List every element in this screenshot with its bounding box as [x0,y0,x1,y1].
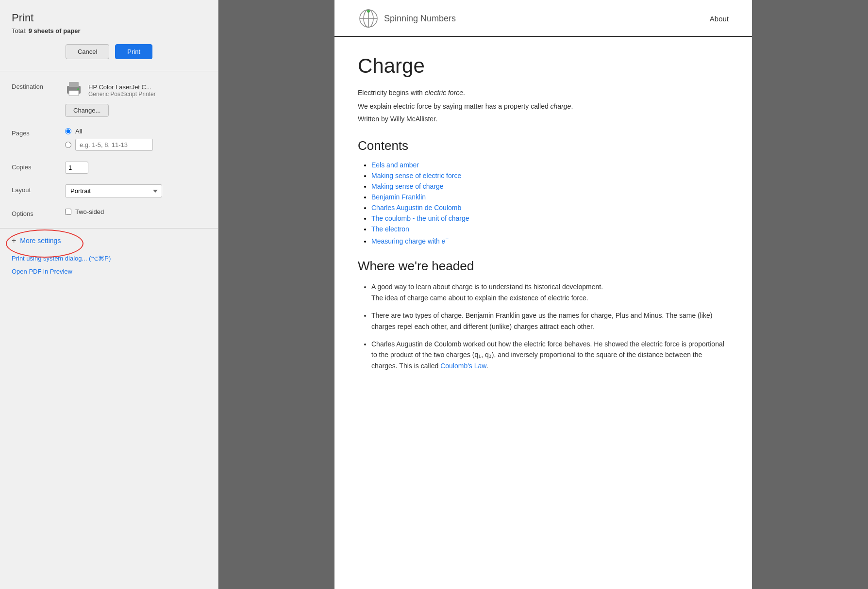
contents-link-3[interactable]: Making sense of charge [371,182,444,190]
open-pdf-link[interactable]: Open PDF in Preview [12,268,206,275]
pages-custom-input[interactable] [75,139,153,151]
print-subtitle: Total: 9 sheets of paper [12,27,206,34]
doc-author: Written by Willy McAllister. [358,115,729,123]
divider-top [0,71,218,71]
destination-info: HP Color LaserJet C... Generic PostScrip… [65,81,206,100]
layout-content: Portrait Landscape [65,184,206,197]
list-item: A good way to learn about charge is to u… [371,281,729,303]
contents-list: Eels and amber Making sense of electric … [358,161,729,245]
where-headed-title: Where we're headed [358,259,729,274]
more-settings-divider [0,228,218,229]
printer-icon [65,81,83,100]
more-settings-link[interactable]: More settings [20,237,61,245]
options-row: Options Two-sided [12,208,206,217]
contents-title: Contents [358,138,729,153]
print-title: Print [12,12,206,24]
layout-label: Layout [12,184,65,194]
layout-row: Layout Portrait Landscape [12,184,206,197]
pages-all-label: All [75,128,82,135]
doc-intro-2: We explain electric force by saying matt… [358,101,729,112]
bullet-1-line1: A good way to learn about charge is to u… [371,283,603,291]
bullet-3-start: Charles Augustin de Coulomb worked out h… [371,340,724,370]
printer-name: HP Color LaserJet C... [88,83,156,91]
copies-label: Copies [12,162,65,171]
cancel-button[interactable]: Cancel [66,44,109,59]
intro-2-end: . [571,102,573,110]
options-content: Two-sided [65,208,206,215]
doc-panel: Spinning Numbers About Charge Electricit… [218,0,868,589]
more-settings-row: + More settings [12,236,206,245]
pages-options: All [65,128,206,151]
bullet-2: There are two types of charge. Benjamin … [371,311,712,330]
intro-1-end: . [463,89,465,97]
intro-2-start: We explain electric force by saying matt… [358,102,551,110]
doc-content: Charge Electricity begins with electric … [334,37,752,402]
contents-link-5[interactable]: Charles Augustin de Coulomb [371,204,461,212]
contents-link-1[interactable]: Eels and amber [371,161,419,169]
list-item: Eels and amber [371,161,729,169]
intro-1-start: Electricity begins with [358,89,425,97]
contents-link-7[interactable]: The electron [371,225,409,233]
list-item: Benjamin Franklin [371,193,729,201]
where-headed-list: A good way to learn about charge is to u… [358,281,729,371]
coulombs-law-link[interactable]: Coulomb's Law [440,362,486,370]
pages-label: Pages [12,128,65,137]
destination-label: Destination [12,81,65,90]
doc-logo: Spinning Numbers [358,8,456,29]
about-link[interactable]: About [710,15,729,23]
bullet-1-line2: The idea of charge came about to explain… [371,294,588,302]
print-buttons: Cancel Print [12,44,206,59]
print-sheets-count: 9 sheets of paper [29,27,81,34]
pages-custom-radio[interactable] [65,142,71,148]
two-sided-checkbox[interactable] [65,209,71,215]
list-item: The electron [371,225,729,233]
intro-1-em: electric force [425,89,463,97]
copies-input[interactable] [65,162,88,174]
svg-point-8 [367,10,370,13]
pages-row: Pages All [12,128,206,151]
contents-link-8[interactable]: Measuring charge with e− [371,237,449,245]
list-item: Making sense of electric force [371,172,729,180]
list-item: The coulomb - the unit of charge [371,214,729,222]
contents-link-2[interactable]: Making sense of electric force [371,172,461,180]
svg-rect-2 [69,91,79,96]
doc-title: Charge [358,54,729,78]
destination-content: HP Color LaserJet C... Generic PostScrip… [65,81,206,117]
list-item: Making sense of charge [371,182,729,190]
print-panel: Print Total: 9 sheets of paper Cancel Pr… [0,0,218,589]
contents-link-6[interactable]: The coulomb - the unit of charge [371,214,469,222]
plus-icon: + [12,236,16,245]
list-item: There are two types of charge. Benjamin … [371,310,729,332]
printer-type: Generic PostScript Printer [88,91,156,98]
destination-row: Destination HP Color LaserJet C... Gener… [12,81,206,117]
print-button[interactable]: Print [115,44,152,59]
pages-custom-row [65,139,206,151]
two-sided-label: Two-sided [75,208,104,215]
copies-row: Copies [12,162,206,174]
logo-svg [358,8,379,29]
list-item: Measuring charge with e− [371,236,729,245]
logo-text: Spinning Numbers [384,14,456,24]
doc-page: Spinning Numbers About Charge Electricit… [334,0,752,589]
print-subtitle-prefix: Total: [12,27,29,34]
copies-content [65,162,206,174]
pages-all-row: All [65,128,206,135]
layout-select[interactable]: Portrait Landscape [65,184,162,197]
list-item: Charles Augustin de Coulomb worked out h… [371,339,729,371]
contents-link-4[interactable]: Benjamin Franklin [371,193,426,201]
intro-2-em: charge [551,102,571,110]
printer-details: HP Color LaserJet C... Generic PostScrip… [88,83,156,98]
doc-header: Spinning Numbers About [334,0,752,37]
two-sided-row: Two-sided [65,208,206,215]
system-dialog-link[interactable]: Print using system dialog... (⌥⌘P) [12,255,206,262]
change-button[interactable]: Change... [65,104,109,117]
list-item: Charles Augustin de Coulomb [371,204,729,212]
svg-rect-1 [69,82,79,87]
pages-all-radio[interactable] [65,128,71,134]
bullet-3-end: . [486,362,488,370]
options-label: Options [12,208,65,217]
svg-point-3 [77,88,79,90]
doc-intro-1: Electricity begins with electric force. [358,87,729,98]
